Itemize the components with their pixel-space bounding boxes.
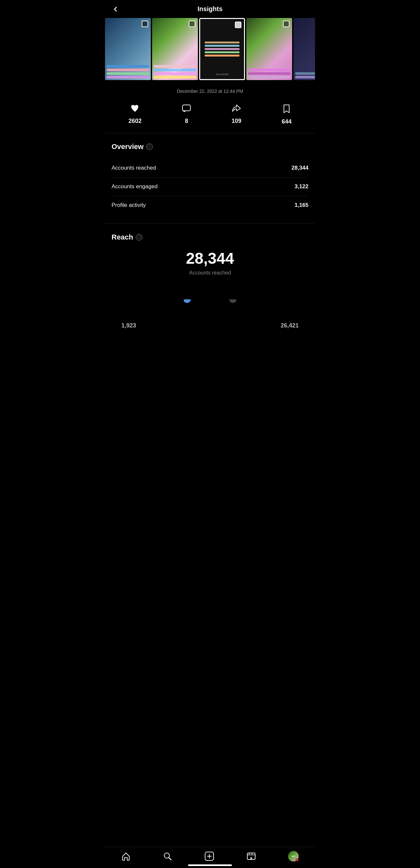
post-checkbox[interactable]: [189, 21, 195, 27]
overview-title: Overview: [112, 143, 144, 151]
page-title: Insights: [198, 5, 223, 13]
accounts-reached-row: Accounts reached 28,344: [112, 159, 308, 178]
back-icon: [112, 5, 119, 13]
carousel-item[interactable]: [293, 18, 315, 80]
share-icon: [232, 104, 241, 115]
shares-stat: 109: [231, 104, 242, 125]
comments-value: 8: [185, 118, 188, 125]
header: Insights: [105, 0, 315, 18]
accounts-engaged-label: Accounts engaged: [112, 183, 158, 190]
donut-chart: [184, 299, 236, 326]
heart-icon: [131, 104, 140, 115]
carousel-item[interactable]: [105, 18, 151, 80]
profile-activity-label: Profile activity: [112, 202, 146, 209]
likes-stat: 2602: [129, 104, 142, 125]
stats-row: 2602 8 109 644: [105, 99, 315, 133]
reach-title: Reach: [112, 233, 133, 242]
back-button[interactable]: [112, 5, 119, 13]
donut-svg: [184, 299, 236, 326]
reach-value: 28,344: [112, 249, 308, 267]
reach-section: Reach ⓘ 28,344 Accounts reached 1,923 26…: [105, 224, 315, 338]
reach-sub-label: Accounts reached: [112, 270, 308, 276]
profile-activity-value: 1,165: [295, 202, 308, 209]
reach-chart: [112, 286, 308, 326]
post-carousel[interactable]: NYLAVISHGlam NYLAVISH: [105, 18, 315, 83]
comment-icon: [182, 104, 191, 115]
comments-stat: 8: [182, 104, 191, 125]
saves-stat: 644: [282, 104, 291, 125]
bookmark-icon: [283, 104, 290, 116]
post-checkbox[interactable]: [283, 21, 289, 27]
accounts-engaged-row: Accounts engaged 3,122: [112, 178, 308, 196]
carousel-item[interactable]: [246, 18, 292, 80]
reach-info-icon[interactable]: ⓘ: [136, 234, 142, 241]
reach-header: Reach ⓘ: [112, 233, 308, 242]
carousel-item[interactable]: NYLAVISHGlam: [152, 18, 198, 80]
svg-rect-0: [183, 105, 190, 111]
overview-section: Overview ⓘ Accounts reached 28,344 Accou…: [105, 133, 315, 224]
profile-activity-row: Profile activity 1,165: [112, 196, 308, 214]
overview-header: Overview ⓘ: [112, 143, 308, 151]
overview-info-icon[interactable]: ⓘ: [146, 144, 153, 150]
post-checkbox[interactable]: [142, 21, 148, 27]
saves-value: 644: [282, 118, 291, 125]
shares-value: 109: [231, 118, 242, 125]
accounts-engaged-value: 3,122: [295, 183, 308, 190]
accounts-reached-label: Accounts reached: [112, 165, 156, 171]
post-date: December 22, 2022 at 12:44 PM: [105, 83, 315, 99]
post-checkbox-selected[interactable]: [235, 22, 242, 28]
accounts-reached-value: 28,344: [291, 165, 308, 171]
likes-value: 2602: [129, 118, 142, 125]
carousel-item-selected[interactable]: NYLAVISH: [199, 18, 245, 80]
